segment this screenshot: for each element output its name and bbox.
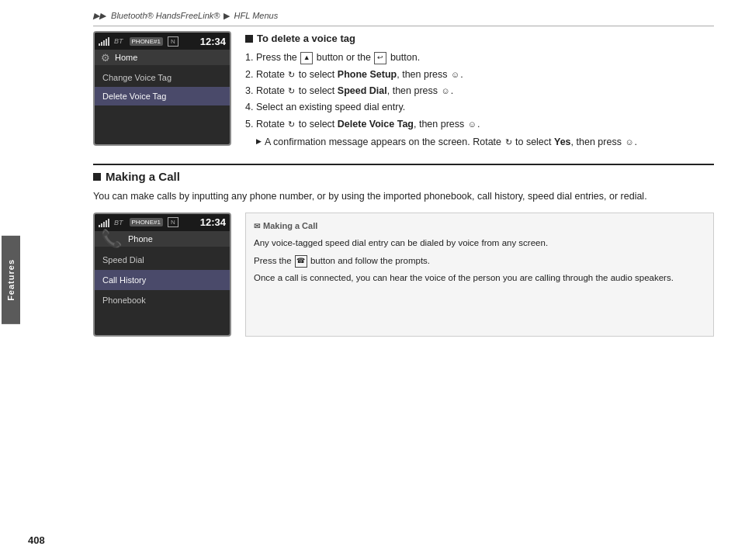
screen1-time: 12:34 bbox=[200, 36, 226, 47]
signal-bar2-5 bbox=[108, 219, 109, 227]
signal-bar-3 bbox=[103, 40, 105, 46]
screen2-phone-badge: PHONE#1 bbox=[130, 218, 163, 226]
signal-bar-1 bbox=[99, 43, 100, 46]
step-1: Press the ▲ button or the ↩ button. bbox=[256, 50, 714, 65]
black-square-icon-2 bbox=[93, 173, 101, 181]
btn-icon-1: ▲ bbox=[300, 52, 313, 64]
press-icon-1: ☺ bbox=[451, 68, 459, 81]
note-icon: ✉ bbox=[254, 220, 260, 233]
top-section: BT PHONE#1 N 12:34 ⚙ Home Change Voice T… bbox=[93, 31, 714, 150]
press-icon-4: ☺ bbox=[625, 136, 633, 149]
step-3: Rotate ↻ to select Speed Dial, then pres… bbox=[256, 84, 714, 99]
breadcrumb-part1: Bluetooth® HandsFreeLink® bbox=[111, 11, 220, 20]
screen1-menu-item-2: Delete Voice Tag bbox=[95, 87, 230, 105]
signal-bar-5 bbox=[108, 37, 109, 46]
rotate-icon-3: ↻ bbox=[288, 118, 295, 131]
screen1-bt: BT bbox=[114, 37, 123, 45]
side-note-para-3: Once a call is connected, you can hear t… bbox=[254, 271, 705, 285]
screen2-n-badge: N bbox=[168, 217, 178, 227]
signal-bar2-1 bbox=[99, 225, 100, 227]
screen2-menu-item-1: Speed Dial bbox=[95, 250, 230, 270]
making-call-desc: You can make calls by inputting any phon… bbox=[93, 189, 714, 204]
screen2-menu-item-3: Phonebook bbox=[95, 290, 230, 310]
press-icon-3: ☺ bbox=[468, 118, 476, 131]
sub-note: A confirmation message appears on the sc… bbox=[256, 135, 714, 150]
screen2-signal bbox=[99, 218, 109, 227]
page-container: Features ▶▶ Bluetooth® HandsFreeLink® ▶ … bbox=[0, 0, 745, 560]
press-icon-2: ☺ bbox=[442, 85, 450, 98]
screen1-menu-area: Change Voice Tag Delete Voice Tag bbox=[95, 65, 230, 109]
screen2-menu-item-2: Call History bbox=[95, 270, 230, 290]
screen2-bt: BT bbox=[114, 219, 123, 226]
car-screen-2: BT PHONE#1 N 12:34 📞 Phone Speed Dial bbox=[93, 213, 231, 337]
instructions-title: To delete a voice tag bbox=[245, 31, 714, 47]
instructions-panel: To delete a voice tag Press the ▲ button… bbox=[245, 31, 714, 150]
step-2: Rotate ↻ to select Phone Setup, then pre… bbox=[256, 67, 714, 82]
screen2-phone-icon: 📞 bbox=[101, 229, 122, 249]
sidebar: Features bbox=[0, 0, 22, 560]
bottom-section: Making a Call You can make calls by inpu… bbox=[93, 164, 714, 336]
black-square-icon bbox=[245, 35, 253, 43]
screen1-top-bar: BT PHONE#1 N 12:34 bbox=[95, 33, 230, 50]
screen1-phone-badge: PHONE#1 bbox=[130, 37, 163, 46]
screen1-home-bar: ⚙ Home bbox=[95, 50, 230, 65]
screen2-phone-label: Phone bbox=[128, 234, 153, 244]
page-number: 408 bbox=[28, 534, 45, 546]
btn-icon-2: ↩ bbox=[374, 52, 386, 64]
breadcrumb-arrow1: ▶▶ bbox=[93, 11, 106, 20]
rotate-icon-2: ↻ bbox=[288, 85, 295, 98]
signal-bar-4 bbox=[106, 39, 107, 46]
signal-bar2-2 bbox=[101, 223, 102, 227]
instructions-list: Press the ▲ button or the ↩ button. Rota… bbox=[256, 50, 714, 132]
screen2-time: 12:34 bbox=[200, 216, 226, 228]
step-5: Rotate ↻ to select Delete Voice Tag, the… bbox=[256, 117, 714, 132]
sidebar-label: Features bbox=[2, 236, 20, 324]
step-4: Select an existing speed dial entry. bbox=[256, 100, 714, 115]
side-note-title: ✉ Making a Call bbox=[254, 220, 705, 233]
side-note-para-2: Press the ☎ button and follow the prompt… bbox=[254, 254, 705, 268]
breadcrumb-part2: HFL Menus bbox=[234, 11, 279, 20]
rotate-icon-4: ↻ bbox=[505, 136, 512, 149]
screen1-menu-item-1: Change Voice Tag bbox=[95, 68, 230, 87]
rotate-icon-1: ↻ bbox=[288, 68, 295, 81]
screen2-menu-area: Speed Dial Call History Phonebook bbox=[95, 247, 230, 313]
screen1-home-label: Home bbox=[115, 53, 137, 62]
making-call-title: Making a Call bbox=[93, 164, 714, 183]
screen1-gear-icon: ⚙ bbox=[101, 52, 110, 64]
screen1-n-badge: N bbox=[168, 36, 178, 47]
signal-bar2-4 bbox=[106, 220, 107, 227]
main-content: BT PHONE#1 N 12:34 ⚙ Home Change Voice T… bbox=[93, 31, 714, 529]
breadcrumb-arrow2: ▶ bbox=[224, 11, 230, 20]
side-note-para-1: Any voice-tagged speed dial entry can be… bbox=[254, 237, 705, 251]
note-btn-icon: ☎ bbox=[295, 255, 307, 268]
side-note: ✉ Making a Call Any voice-tagged speed d… bbox=[245, 213, 714, 337]
car-screen-1: BT PHONE#1 N 12:34 ⚙ Home Change Voice T… bbox=[93, 31, 231, 146]
bottom-row: BT PHONE#1 N 12:34 📞 Phone Speed Dial bbox=[93, 213, 714, 337]
breadcrumb: ▶▶ Bluetooth® HandsFreeLink® ▶ HFL Menus bbox=[93, 11, 714, 26]
screen2-phone-bar: 📞 Phone bbox=[95, 231, 230, 247]
signal-bar2-3 bbox=[103, 222, 105, 227]
screen1-signal bbox=[99, 36, 109, 46]
signal-bar-2 bbox=[101, 42, 102, 46]
